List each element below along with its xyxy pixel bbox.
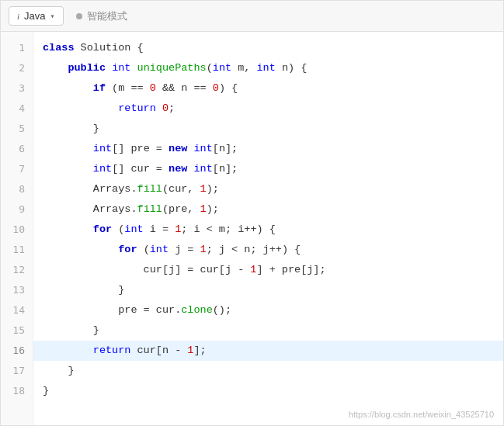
- line-number: 13: [9, 280, 25, 300]
- chevron-down-icon: ▾: [50, 12, 55, 21]
- code-line-2: public int uniquePaths(int m, int n) {: [43, 58, 503, 78]
- top-bar: i Java ▾ 智能模式: [1, 1, 503, 32]
- line-number: 5: [9, 119, 25, 139]
- language-selector[interactable]: i Java ▾: [9, 6, 64, 26]
- code-line-13: }: [43, 280, 503, 300]
- line-number: 3: [9, 78, 25, 99]
- line-number: 6: [9, 139, 25, 159]
- line-number: 16: [9, 341, 25, 361]
- code-line-14: pre = cur.clone();: [43, 300, 503, 320]
- code-line-8: Arrays.fill(cur, 1);: [43, 179, 503, 199]
- line-number: 18: [9, 381, 25, 401]
- watermark: https://blog.csdn.net/weixin_43525710: [349, 410, 494, 419]
- line-number: 2: [9, 58, 25, 78]
- code-line-12: cur[j] = cur[j - 1] + pre[j];: [43, 260, 503, 280]
- line-number: 10: [9, 220, 25, 240]
- line-number: 8: [9, 179, 25, 199]
- code-line-5: }: [43, 119, 503, 139]
- line-number: 4: [9, 99, 25, 119]
- editor-container: i Java ▾ 智能模式 1 2 3 4 5 6 7 8 9 10 11 12…: [0, 0, 504, 426]
- smart-mode-dot: [76, 13, 82, 19]
- code-line-3: if (m == 0 && n == 0) {: [43, 78, 503, 99]
- code-line-18: }: [43, 381, 503, 401]
- code-line-4: return 0;: [43, 99, 503, 119]
- code-line-11: for (int j = 1; j < n; j++) {: [43, 240, 503, 260]
- code-line-1: class Solution {: [43, 38, 503, 58]
- code-content: class Solution { public int uniquePaths(…: [33, 32, 503, 425]
- line-number: 11: [9, 240, 25, 260]
- code-line-17: }: [43, 361, 503, 381]
- line-number: 12: [9, 260, 25, 280]
- code-line-15: }: [43, 320, 503, 341]
- code-area: 1 2 3 4 5 6 7 8 9 10 11 12 13 14 15 16 1…: [1, 32, 503, 425]
- smart-mode: 智能模式: [76, 9, 127, 23]
- smart-mode-label: 智能模式: [87, 9, 127, 23]
- line-number: 7: [9, 159, 25, 179]
- line-number: 9: [9, 199, 25, 220]
- code-line-7: int[] cur = new int[n];: [43, 159, 503, 179]
- line-number: 14: [9, 300, 25, 320]
- lang-name: Java: [24, 10, 45, 22]
- code-line-10: for (int i = 1; i < m; i++) {: [43, 220, 503, 240]
- line-number: 1: [9, 38, 25, 58]
- line-numbers: 1 2 3 4 5 6 7 8 9 10 11 12 13 14 15 16 1…: [1, 32, 33, 425]
- code-line-6: int[] pre = new int[n];: [43, 139, 503, 159]
- line-number: 17: [9, 361, 25, 381]
- lang-icon: i: [17, 12, 19, 21]
- code-line-16: return cur[n - 1];: [33, 341, 503, 361]
- line-number: 15: [9, 320, 25, 341]
- code-line-9: Arrays.fill(pre, 1);: [43, 199, 503, 220]
